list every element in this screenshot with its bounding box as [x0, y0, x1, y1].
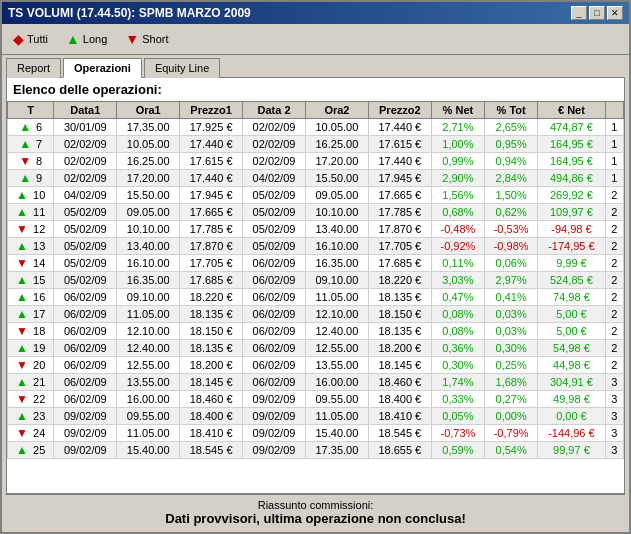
- cell-prezzo1: 17.705 €: [180, 255, 243, 272]
- tab-equity-line[interactable]: Equity Line: [144, 58, 220, 78]
- short-button[interactable]: ▼ Short: [118, 27, 175, 51]
- cell-pnet: 1,74%: [431, 374, 484, 391]
- cell-prezzo2: 18.655 €: [368, 442, 431, 459]
- table-row: ▼ 2409/02/0911.05.0018.410 €09/02/0915.4…: [8, 425, 624, 442]
- cell-prezzo1: 17.925 €: [180, 119, 243, 136]
- cell-prezzo2: 17.705 €: [368, 238, 431, 255]
- cell-prezzo1: 18.400 €: [180, 408, 243, 425]
- arrow-up-icon: ▲: [16, 273, 28, 287]
- tab-report[interactable]: Report: [6, 58, 61, 78]
- cell-data2: 06/02/09: [243, 357, 306, 374]
- cell-ora1: 11.05.00: [117, 306, 180, 323]
- tutti-button[interactable]: ◆ Tutti: [6, 27, 55, 51]
- cell-enet: -174,95 €: [538, 238, 605, 255]
- cell-data1: 06/02/09: [54, 357, 117, 374]
- cell-ora1: 16.25.00: [117, 153, 180, 170]
- cell-pnet: 0,68%: [431, 204, 484, 221]
- minimize-button[interactable]: _: [571, 6, 587, 20]
- cell-pnet: 0,59%: [431, 442, 484, 459]
- cell-data1: 09/02/09: [54, 442, 117, 459]
- cell-prezzo2: 17.615 €: [368, 136, 431, 153]
- table-row: ▲ 1004/02/0915.50.0017.945 €05/02/0909.0…: [8, 187, 624, 204]
- arrow-up-icon: ▲: [16, 239, 28, 253]
- cell-last: 2: [605, 357, 623, 374]
- cell-prezzo2: 17.945 €: [368, 170, 431, 187]
- cell-pnet: 1,00%: [431, 136, 484, 153]
- cell-enet: 5,00 €: [538, 306, 605, 323]
- cell-prezzo1: 18.460 €: [180, 391, 243, 408]
- cell-ptot: 0,62%: [485, 204, 538, 221]
- cell-arrow: ▼ 14: [8, 255, 54, 272]
- cell-data2: 05/02/09: [243, 221, 306, 238]
- cell-ptot: 0,27%: [485, 391, 538, 408]
- cell-ora2: 16.10.00: [305, 238, 368, 255]
- long-icon: ▲: [66, 31, 80, 47]
- cell-data2: 02/02/09: [243, 136, 306, 153]
- table-container[interactable]: T Data1 Ora1 Prezzo1 Data 2 Ora2 Prezzo2…: [7, 101, 624, 493]
- cell-data1: 05/02/09: [54, 238, 117, 255]
- table-row: ▲ 1105/02/0909.05.0017.665 €05/02/0910.1…: [8, 204, 624, 221]
- short-icon: ▼: [125, 31, 139, 47]
- cell-enet: 524,85 €: [538, 272, 605, 289]
- cell-data1: 09/02/09: [54, 425, 117, 442]
- cell-ora2: 09.55.00: [305, 391, 368, 408]
- cell-ptot: -0,79%: [485, 425, 538, 442]
- cell-data1: 09/02/09: [54, 408, 117, 425]
- cell-prezzo2: 17.870 €: [368, 221, 431, 238]
- cell-data2: 05/02/09: [243, 204, 306, 221]
- cell-prezzo2: 17.665 €: [368, 187, 431, 204]
- cell-last: 2: [605, 306, 623, 323]
- cell-prezzo2: 18.400 €: [368, 391, 431, 408]
- cell-prezzo2: 18.410 €: [368, 408, 431, 425]
- cell-prezzo1: 17.685 €: [180, 272, 243, 289]
- cell-data2: 06/02/09: [243, 255, 306, 272]
- tab-equity-line-label: Equity Line: [155, 62, 209, 74]
- table-row: ▲ 630/01/0917.35.0017.925 €02/02/0910.05…: [8, 119, 624, 136]
- cell-last: 2: [605, 289, 623, 306]
- cell-prezzo1: 18.145 €: [180, 374, 243, 391]
- cell-ptot: 0,03%: [485, 306, 538, 323]
- cell-prezzo2: 18.200 €: [368, 340, 431, 357]
- cell-arrow: ▲ 9: [8, 170, 54, 187]
- cell-ptot: 0,25%: [485, 357, 538, 374]
- cell-pnet: -0,48%: [431, 221, 484, 238]
- col-header-last: [605, 102, 623, 119]
- cell-prezzo2: 18.150 €: [368, 306, 431, 323]
- cell-ptot: 0,94%: [485, 153, 538, 170]
- content-area: Elenco delle operazioni: T Data1 Ora1 Pr…: [6, 77, 625, 494]
- cell-ora2: 13.40.00: [305, 221, 368, 238]
- cell-ora1: 17.35.00: [117, 119, 180, 136]
- long-button[interactable]: ▲ Long: [59, 27, 114, 51]
- cell-data1: 06/02/09: [54, 340, 117, 357]
- col-header-enet: € Net: [538, 102, 605, 119]
- cell-pnet: -0,73%: [431, 425, 484, 442]
- cell-ora1: 15.50.00: [117, 187, 180, 204]
- arrow-down-icon: ▼: [16, 256, 28, 270]
- table-row: ▼ 1205/02/0910.10.0017.785 €05/02/0913.4…: [8, 221, 624, 238]
- cell-data1: 02/02/09: [54, 136, 117, 153]
- cell-ora2: 10.10.00: [305, 204, 368, 221]
- close-button[interactable]: ✕: [607, 6, 623, 20]
- cell-ptot: 0,03%: [485, 323, 538, 340]
- maximize-button[interactable]: □: [589, 6, 605, 20]
- tutti-label: Tutti: [27, 33, 48, 45]
- table-row: ▼ 2206/02/0916.00.0018.460 €09/02/0909.5…: [8, 391, 624, 408]
- cell-ora1: 12.10.00: [117, 323, 180, 340]
- cell-ora2: 16.00.00: [305, 374, 368, 391]
- status-bar: Riassunto commissioni: Dati provvisori, …: [6, 494, 625, 530]
- tutti-icon: ◆: [13, 31, 24, 47]
- table-row: ▲ 2309/02/0909.55.0018.400 €09/02/0911.0…: [8, 408, 624, 425]
- cell-data2: 06/02/09: [243, 340, 306, 357]
- arrow-up-icon: ▲: [16, 409, 28, 423]
- table-row: ▲ 1505/02/0916.35.0017.685 €06/02/0909.1…: [8, 272, 624, 289]
- table-row: ▲ 902/02/0917.20.0017.440 €04/02/0915.50…: [8, 170, 624, 187]
- table-row: ▼ 1806/02/0912.10.0018.150 €06/02/0912.4…: [8, 323, 624, 340]
- tab-operazioni[interactable]: Operazioni: [63, 58, 142, 78]
- cell-ora2: 10.05.00: [305, 119, 368, 136]
- col-header-data2: Data 2: [243, 102, 306, 119]
- cell-ora1: 16.10.00: [117, 255, 180, 272]
- table-row: ▲ 1305/02/0913.40.0017.870 €05/02/0916.1…: [8, 238, 624, 255]
- cell-data2: 09/02/09: [243, 408, 306, 425]
- cell-prezzo1: 17.870 €: [180, 238, 243, 255]
- cell-ora1: 17.20.00: [117, 170, 180, 187]
